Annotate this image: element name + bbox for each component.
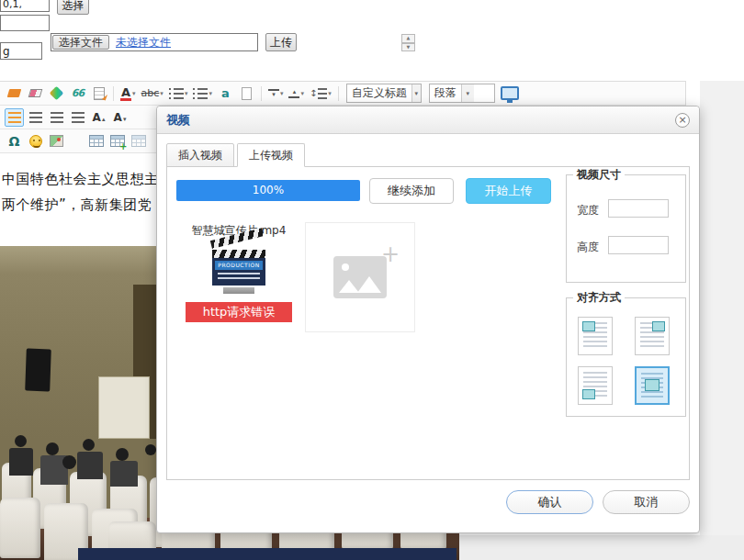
toolbar-row-1: 66 A▾ abc▾ ▾ ▾ a ▾▾ ▴▾ ↕▾ 自定义标题▾ 段落▾ [0, 82, 685, 106]
line-height-button[interactable]: ↕▾ [308, 84, 333, 103]
stepper-up-icon[interactable]: ▲ [401, 34, 415, 43]
strikethrough-button[interactable]: abc▾ [140, 84, 165, 103]
valign-top-icon: ▾ [268, 89, 279, 98]
align-right-button[interactable] [47, 108, 66, 127]
width-input[interactable] [608, 199, 669, 218]
plus-icon: + [381, 243, 400, 265]
special-char-button[interactable]: Ω [5, 132, 24, 151]
number-stepper[interactable]: ▲ ▼ [401, 34, 415, 51]
blockquote-icon[interactable]: 66 [68, 84, 87, 103]
tab-insert-video[interactable]: 插入视频 [166, 143, 234, 167]
paragraph-select[interactable]: 段落▾ [429, 84, 495, 103]
person-head [46, 442, 59, 455]
font-size-down-icon: A▾ [114, 111, 127, 124]
top-input-3[interactable] [0, 42, 42, 60]
align-thumb-image-icon [645, 379, 659, 391]
magic-icon [50, 86, 64, 101]
choose-file-button[interactable]: 选择文件 [52, 35, 109, 50]
quote-glyph: 66 [72, 87, 84, 99]
valign-bottom-icon: ▴ [288, 89, 299, 98]
toolbar-separator [113, 86, 114, 101]
anchor-button[interactable]: a [216, 84, 235, 103]
height-input[interactable] [608, 236, 669, 254]
placeholder-mountain [339, 280, 359, 293]
start-upload-button[interactable]: 开始上传 [466, 178, 551, 204]
person-head [116, 448, 129, 461]
table-icon [89, 135, 104, 147]
select-button[interactable]: 选择 [57, 0, 89, 15]
chevron-down-icon: ▾ [185, 90, 188, 97]
custom-title-select[interactable]: 自定义标题▾ [346, 84, 422, 103]
blank-page-icon [242, 87, 252, 100]
align-left-icon [8, 112, 21, 123]
align-center-icon [29, 112, 42, 123]
format-painter-icon[interactable] [5, 84, 24, 103]
strikethrough-icon: abc [141, 87, 160, 99]
uploaded-file-item[interactable]: 智慧城宣传片.mp4 PRODUCTION http请求错误 [186, 222, 292, 322]
emoticon-button[interactable] [26, 132, 45, 151]
eraser-icon[interactable] [26, 84, 45, 103]
map-icon [50, 135, 63, 147]
font-size-up-button[interactable]: A▴ [89, 108, 108, 127]
stepper-down-icon[interactable]: ▼ [401, 43, 415, 52]
align-option-right[interactable] [635, 317, 670, 355]
edit-document-icon[interactable] [89, 84, 108, 103]
clear-format-icon[interactable] [47, 84, 66, 103]
upload-button[interactable]: 上传 [265, 33, 297, 51]
table-options-button[interactable] [129, 132, 148, 151]
table-add-button[interactable] [107, 132, 127, 151]
chevron-down-icon: ▾ [461, 84, 474, 102]
toolbar-separator [338, 86, 339, 101]
file-input[interactable]: 选择文件 未选择文件 [51, 33, 258, 51]
bullet-list-button[interactable]: ▾ [167, 84, 190, 103]
align-justify-button[interactable] [68, 108, 87, 127]
numbered-list-button[interactable]: ▾ [191, 84, 214, 103]
insert-table-button[interactable] [86, 132, 106, 151]
align-option-center-selected[interactable] [635, 366, 670, 405]
font-size-up-icon: A▴ [93, 111, 106, 124]
top-input-2[interactable] [0, 15, 50, 31]
font-size-down-button[interactable]: A▾ [110, 108, 130, 127]
chevron-down-icon: ▾ [160, 90, 163, 97]
align-thumb-image-icon [582, 321, 595, 331]
toolbar-separator [261, 86, 262, 101]
alignment-legend: 对齐方式 [573, 290, 625, 306]
clapper-label: PRODUCTION [215, 261, 263, 270]
chevron-down-icon: ▾ [132, 90, 136, 97]
fullscreen-button[interactable] [500, 84, 520, 103]
continue-add-button[interactable]: 继续添加 [369, 178, 454, 204]
clapper-lines [218, 273, 260, 274]
valign-bottom-button[interactable]: ▴▾ [287, 84, 306, 103]
person-body [77, 452, 103, 479]
cancel-button[interactable]: 取消 [603, 490, 690, 514]
doc-pencil-icon [94, 87, 105, 100]
person-head [83, 439, 95, 451]
align-right-icon [51, 112, 63, 123]
dialog-tabs: 插入视频 上传视频 [157, 134, 699, 166]
new-page-button[interactable] [237, 84, 256, 103]
chevron-down-icon: ▾ [300, 90, 304, 97]
align-thumb-image-icon [652, 321, 665, 331]
align-center-button[interactable] [26, 108, 45, 127]
page-background-right [700, 81, 744, 560]
clapper-stripe [212, 250, 265, 258]
table-plus-icon [110, 135, 125, 147]
align-option-default[interactable] [578, 317, 613, 355]
projection-screen [98, 376, 150, 439]
confirm-button[interactable]: 确认 [506, 490, 593, 514]
map-button[interactable] [47, 132, 66, 151]
add-file-placeholder[interactable]: + [305, 222, 415, 332]
emoji-icon [29, 135, 42, 148]
tab-upload-video[interactable]: 上传视频 [237, 143, 305, 167]
font-color-button[interactable]: A▾ [118, 84, 138, 103]
image-placeholder-icon [333, 256, 387, 298]
top-input-1[interactable] [0, 0, 50, 12]
font-color-icon: A [120, 86, 131, 101]
close-icon[interactable]: × [675, 113, 690, 128]
dialog-header: 视频 × [157, 106, 699, 134]
valign-top-button[interactable]: ▾▾ [266, 84, 286, 103]
align-left-button-selected[interactable] [5, 108, 24, 127]
align-option-left[interactable] [578, 366, 613, 405]
chevron-down-icon: ▾ [328, 90, 332, 97]
brush-icon [7, 89, 22, 97]
